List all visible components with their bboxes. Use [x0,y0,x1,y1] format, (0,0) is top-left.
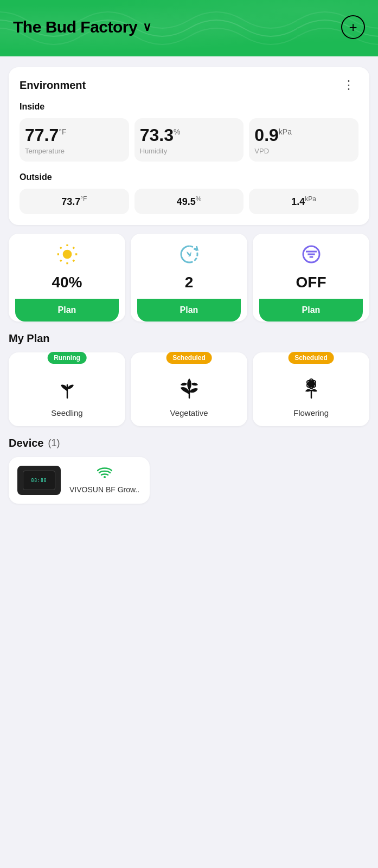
vpd-metric: 0.9kPa VPD [249,118,358,162]
vpd-label: VPD [254,147,269,155]
cycle-control-card: 2 Plan [131,234,247,322]
vegetative-label: Vegetative [170,408,208,417]
humidity-label: Humidity [140,147,168,155]
cycle-value: 2 [185,274,194,291]
app-header: The Bud Factory ∨ + [0,0,378,56]
add-button[interactable]: + [341,15,365,39]
outside-vpd-metric: 1.4kPa [249,189,358,214]
inside-label: Inside [20,102,358,112]
outside-humidity-metric: 49.5% [134,189,244,214]
filter-control-card: OFF Plan [253,234,369,322]
environment-title: Environment [20,79,86,92]
device-info: VIVOSUN BF Grow.. [69,467,139,494]
device-title: Device [9,437,44,449]
temperature-value: 77.7°F [25,126,66,145]
seedling-label: Seedling [51,408,82,417]
filter-value: OFF [296,274,326,291]
wifi-icon [97,467,112,482]
flowering-icon [298,374,324,404]
temperature-metric: 77.7°F Temperature [20,118,129,162]
my-plan-title: My Plan [9,332,369,345]
outside-vpd-value: 1.4kPa [291,195,316,208]
outside-metrics-grid: 73.7°F 49.5% 1.4kPa [20,189,358,214]
plus-icon: + [349,19,357,36]
more-button[interactable]: ⋮ [339,78,358,92]
light-plan-button[interactable]: Plan [15,299,119,322]
cycle-plan-button[interactable]: Plan [137,299,241,322]
temperature-label: Temperature [25,147,65,155]
svg-point-20 [104,476,106,478]
vegetative-icon [176,374,202,404]
svg-line-3 [60,247,61,248]
light-value: 40% [52,274,82,291]
svg-line-4 [73,260,74,261]
device-count: (1) [48,438,60,449]
outside-temp-value: 73.7°F [61,195,87,208]
device-image: 88:88 [17,466,61,495]
main-content: Environment ⋮ Inside 77.7°F Temperature … [0,56,378,517]
plan-card-flowering[interactable]: Scheduled Flowering [253,352,369,426]
scheduled-badge-vegetative: Scheduled [166,352,212,364]
svg-line-7 [60,260,61,261]
outside-temp-metric: 73.7°F [20,189,129,214]
running-badge: Running [47,352,87,364]
outside-humidity-value: 49.5% [177,195,202,208]
device-name: VIVOSUN BF Grow.. [69,485,139,494]
controls-row: 40% Plan 2 Plan [9,234,369,322]
sun-icon [56,243,78,268]
device-card[interactable]: 88:88 VIVOSUN BF Grow.. [9,457,150,504]
environment-card: Environment ⋮ Inside 77.7°F Temperature … [9,67,369,225]
vpd-value: 0.9kPa [254,126,292,145]
svg-line-8 [73,247,74,248]
humidity-value: 73.3% [140,126,181,145]
light-control-card: 40% Plan [9,234,125,322]
device-screen-text: 88:88 [31,478,47,483]
filter-icon [300,243,322,268]
humidity-metric: 73.3% Humidity [134,118,244,162]
plan-card-seedling[interactable]: Running Seedling [9,352,125,426]
filter-plan-button[interactable]: Plan [259,299,363,322]
leaf-cycle-icon [178,243,200,268]
device-header: Device (1) [9,437,369,449]
chevron-down-icon[interactable]: ∨ [143,20,151,34]
svg-point-19 [309,381,314,387]
outside-label: Outside [20,172,358,182]
seedling-icon [54,374,80,404]
header-title-group[interactable]: The Bud Factory ∨ [13,18,151,36]
app-title: The Bud Factory [13,18,137,36]
flowering-label: Flowering [293,408,329,417]
device-screen: 88:88 [23,471,55,490]
plan-card-vegetative[interactable]: Scheduled Vegetative [131,352,247,426]
scheduled-badge-flowering: Scheduled [288,352,334,364]
environment-header: Environment ⋮ [20,78,358,92]
inside-metrics-grid: 77.7°F Temperature 73.3% Humidity 0.9kPa… [20,118,358,162]
plan-cards-row: Running Seedling Scheduled [9,352,369,426]
svg-point-0 [62,250,72,259]
